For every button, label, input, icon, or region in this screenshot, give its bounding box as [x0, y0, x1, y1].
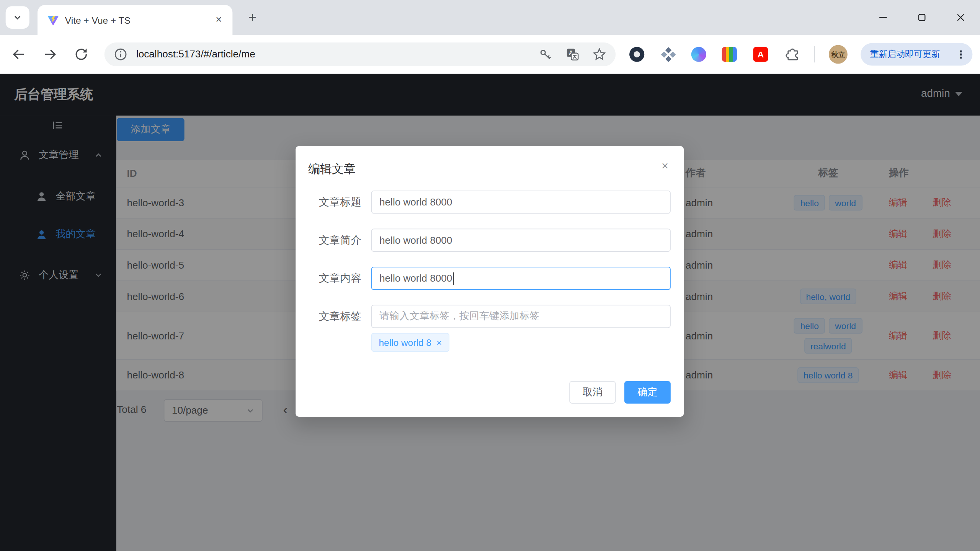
reload-button[interactable] [74, 47, 89, 62]
extensions-puzzle-icon[interactable] [785, 47, 800, 62]
form-row-content: 文章内容 hello world 8000 [308, 267, 671, 290]
bookmark-star-icon[interactable] [592, 47, 607, 62]
tab-title: Vite + Vue + TS [65, 15, 212, 25]
browser-tab[interactable]: Vite + Vue + TS × [38, 5, 232, 35]
translate-icon[interactable]: A [565, 47, 580, 62]
window-controls [864, 0, 980, 35]
profile-avatar[interactable]: 秋立 [829, 45, 848, 64]
acrobat-pdf-icon[interactable]: A [753, 47, 768, 62]
tag-chip-row: hello world 8 × [371, 333, 671, 352]
browser-window: Vite + Vue + TS × + localhost:5173/#/art… [0, 0, 980, 551]
dialog-header: 编辑文章 [308, 161, 671, 177]
web-page: 后台管理系统 admin 文章管理 全部文章 我的文章 [0, 74, 980, 551]
form-row-intro: 文章简介 hello world 8000 [308, 229, 671, 252]
article-title-input[interactable]: hello world 8000 [371, 191, 671, 214]
toolbar-separator [814, 46, 815, 62]
tab-search-button[interactable] [6, 6, 29, 29]
dialog-footer: 取消 确定 [308, 381, 671, 404]
extension-icon-2[interactable] [661, 47, 676, 62]
tag-chip: hello world 8 × [371, 333, 449, 352]
back-button[interactable] [11, 47, 26, 62]
input-value: hello world 8000 [379, 235, 452, 246]
form-row-title: 文章标题 hello world 8000 [308, 191, 671, 214]
input-value: hello world 8000 [379, 273, 452, 284]
field-label: 文章标题 [308, 195, 361, 209]
browser-toolbar: localhost:5173/#/article/me A A 秋立 重新启动即… [0, 35, 980, 73]
cancel-button[interactable]: 取消 [569, 381, 616, 404]
article-intro-input[interactable]: hello world 8000 [371, 229, 671, 252]
password-key-icon[interactable] [538, 47, 553, 62]
menu-kebab-icon[interactable]: ⋮ [952, 48, 967, 61]
chevron-down-icon [13, 13, 22, 22]
field-label: 文章内容 [308, 271, 361, 286]
chrome-update-button[interactable]: 重新启动即可更新 ⋮ [861, 43, 972, 66]
vite-favicon-icon [47, 15, 59, 26]
article-content-input[interactable]: hello world 8000 [371, 267, 671, 290]
new-tab-button[interactable]: + [244, 9, 261, 26]
dialog-close-icon[interactable]: × [658, 159, 673, 174]
field-label: 文章标签 [308, 309, 361, 324]
address-bar[interactable]: localhost:5173/#/article/me A [105, 42, 616, 66]
site-info-icon[interactable] [113, 47, 128, 62]
text-caret [453, 272, 454, 285]
update-label: 重新启动即可更新 [870, 49, 952, 60]
form-row-tags: 文章标签 请输入文章标签，按回车键添加标签 [308, 305, 671, 328]
url-text[interactable]: localhost:5173/#/article/me [136, 49, 538, 60]
forward-button[interactable] [42, 47, 57, 62]
field-label: 文章简介 [308, 233, 361, 248]
article-tags-input[interactable]: 请输入文章标签，按回车键添加标签 [371, 305, 671, 328]
tab-close-icon[interactable]: × [212, 14, 225, 26]
input-placeholder: 请输入文章标签，按回车键添加标签 [379, 310, 539, 323]
tab-strip: Vite + Vue + TS × + [0, 0, 980, 35]
edit-article-dialog: 编辑文章 × 文章标题 hello world 8000 文章简介 hello … [296, 146, 684, 417]
input-value: hello world 8000 [379, 196, 452, 207]
extension-icon-1[interactable] [629, 47, 644, 62]
extension-icon-4[interactable] [722, 47, 737, 62]
remove-tag-icon[interactable]: × [436, 337, 442, 348]
dialog-title: 编辑文章 [308, 161, 356, 177]
extension-icon-3[interactable] [691, 47, 706, 62]
confirm-button[interactable]: 确定 [624, 381, 671, 404]
close-window-button[interactable] [941, 0, 980, 35]
maximize-button[interactable] [903, 0, 941, 35]
minimize-button[interactable] [864, 0, 902, 35]
tag-chip-label: hello world 8 [379, 337, 431, 348]
